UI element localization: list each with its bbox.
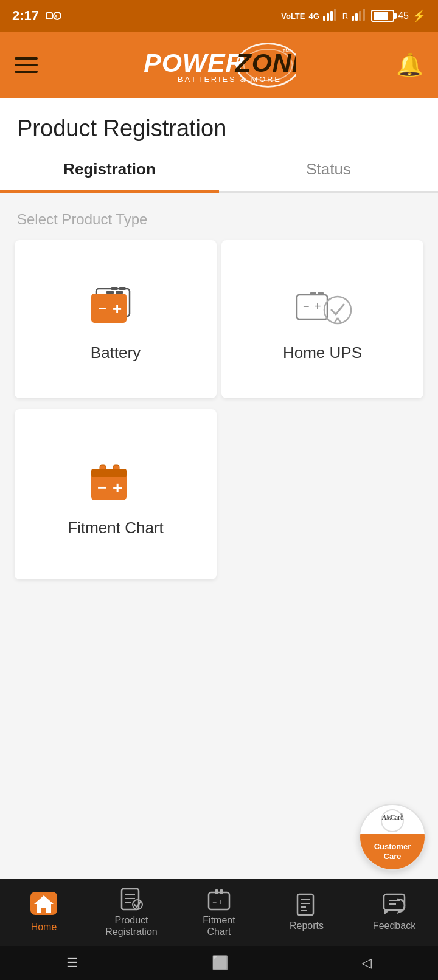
- nav-item-fitment-chart[interactable]: − + FitmentChart: [189, 888, 249, 937]
- svg-rect-21: [106, 291, 114, 294]
- section-label: Select Product Type: [0, 193, 438, 238]
- fab-label-area: CustomerCare: [360, 834, 425, 869]
- svg-rect-36: [91, 469, 127, 477]
- fitment-nav-label: FitmentChart: [203, 914, 235, 937]
- svg-text:+: +: [113, 478, 122, 497]
- vo-lte-icon: VoLTE: [281, 12, 305, 21]
- time-display: 2:17: [12, 8, 39, 24]
- tab-bar: Registration Status: [0, 148, 438, 193]
- svg-rect-8: [355, 13, 358, 21]
- svg-text:9: 9: [55, 15, 57, 19]
- svg-rect-9: [359, 11, 361, 21]
- customer-care-label: CustomerCare: [374, 842, 411, 861]
- nav-item-home[interactable]: Home: [13, 892, 74, 933]
- svg-text:BATTERIES & MORE: BATTERIES & MORE: [178, 75, 282, 84]
- svg-rect-25: [297, 295, 327, 319]
- svg-rect-22: [116, 291, 123, 294]
- nav-item-reports[interactable]: Reports: [276, 893, 337, 931]
- notification-icons: 9: [45, 9, 62, 22]
- svg-rect-26: [310, 292, 316, 295]
- svg-text:+: +: [113, 300, 122, 318]
- svg-text:−: −: [99, 301, 106, 316]
- battery-icon: − +: [85, 283, 146, 331]
- bottom-navigation: Home ProductRegistration − + FitmentChar…: [0, 879, 438, 946]
- reports-icon: [295, 893, 318, 916]
- svg-text:™: ™: [282, 47, 290, 57]
- svg-rect-27: [318, 292, 324, 295]
- svg-rect-10: [363, 9, 365, 21]
- notifications-button[interactable]: 🔔: [396, 52, 423, 78]
- product-card-fitment[interactable]: − + Fitment Chart: [15, 409, 217, 579]
- battery-percent: 45: [398, 10, 409, 21]
- svg-text:− +: − +: [212, 898, 223, 906]
- svg-text:−: −: [303, 300, 310, 312]
- svg-text:+: +: [314, 300, 321, 313]
- battery-label: Battery: [91, 343, 141, 362]
- main-content: Product Registration Registration Status…: [0, 98, 438, 889]
- svg-rect-59: [384, 894, 405, 910]
- svg-point-30: [324, 297, 351, 323]
- tab-status[interactable]: Status: [219, 148, 438, 191]
- feedback-nav-label: Feedback: [373, 920, 415, 931]
- android-back-btn[interactable]: ◁: [361, 955, 372, 971]
- svg-text:−: −: [97, 478, 106, 497]
- fab-logo: AM Card ®: [360, 809, 425, 833]
- nav-item-feedback[interactable]: Feedback: [364, 893, 425, 931]
- android-menu-btn[interactable]: ☰: [66, 955, 78, 971]
- battery-status: [371, 10, 394, 22]
- feedback-icon: [381, 893, 407, 916]
- charging-icon: ⚡: [412, 9, 426, 22]
- home-nav-label: Home: [31, 921, 57, 933]
- signal-4g-icon: 4G: [308, 12, 319, 21]
- hamburger-menu-button[interactable]: [15, 57, 38, 73]
- signal-r-icon: R: [342, 12, 348, 21]
- app-header: POWER ZONE ™ BATTERIES & MORE 🔔: [0, 32, 438, 98]
- svg-text:®: ®: [400, 813, 403, 818]
- fitment-icon: − +: [85, 458, 146, 506]
- svg-rect-7: [352, 16, 354, 21]
- product-card-home-ups[interactable]: − + Home UPS: [221, 240, 423, 398]
- home-nav-icon-wrapper: [30, 892, 57, 917]
- signal-bars2-icon: [352, 9, 367, 24]
- svg-rect-51: [215, 889, 218, 894]
- app-logo: POWER ZONE ™ BATTERIES & MORE: [138, 41, 296, 89]
- svg-rect-18: [111, 287, 118, 290]
- android-home-btn[interactable]: ⬜: [212, 955, 228, 971]
- product-reg-nav-label: ProductRegistration: [105, 914, 157, 937]
- svg-rect-0: [46, 13, 52, 19]
- reports-nav-label: Reports: [290, 920, 324, 931]
- customer-care-button[interactable]: AM Card ® CustomerCare: [359, 804, 426, 871]
- svg-rect-6: [334, 9, 336, 21]
- svg-rect-4: [327, 13, 329, 21]
- svg-rect-5: [330, 11, 333, 21]
- fitment-chart-label: Fitment Chart: [68, 519, 164, 537]
- ups-icon: − +: [292, 283, 353, 331]
- svg-rect-54: [297, 894, 313, 915]
- product-grid: − + Battery − + Home UPS: [0, 238, 438, 582]
- fitment-nav-icon: − +: [206, 888, 232, 911]
- page-title: Product Registration: [0, 98, 438, 148]
- android-nav-bar: ☰ ⬜ ◁: [0, 946, 438, 980]
- svg-text:POWER: POWER: [144, 48, 245, 77]
- product-card-battery[interactable]: − + Battery: [15, 240, 217, 398]
- home-ups-label: Home UPS: [283, 343, 362, 362]
- svg-rect-3: [323, 16, 325, 21]
- product-reg-icon: [119, 888, 144, 911]
- tab-registration[interactable]: Registration: [0, 148, 219, 191]
- signal-bars-icon: [323, 9, 339, 24]
- home-icon: [30, 892, 57, 915]
- status-bar: 2:17 9 VoLTE 4G R 45: [0, 0, 438, 32]
- svg-rect-52: [220, 889, 223, 894]
- svg-rect-19: [119, 287, 126, 290]
- nav-item-product-registration[interactable]: ProductRegistration: [101, 888, 162, 937]
